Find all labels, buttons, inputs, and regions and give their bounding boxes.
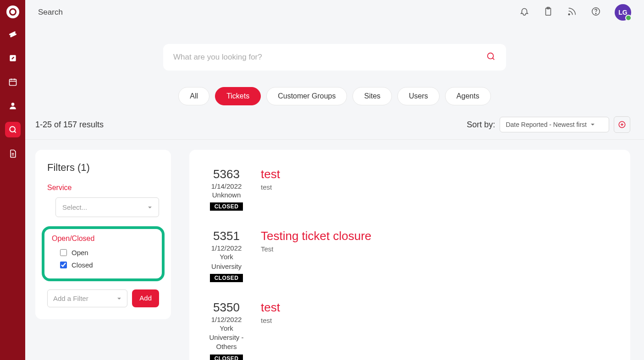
sidebar-item-document[interactable] xyxy=(5,146,21,161)
add-filter-placeholder: Add a Filter xyxy=(53,295,88,302)
result-bar: 1-25 of 157 results Sort by: Date Report… xyxy=(25,105,644,140)
tab-tickets[interactable]: Tickets xyxy=(215,87,261,105)
tabs: All Tickets Customer Groups Sites Users … xyxy=(25,87,644,105)
svg-line-16 xyxy=(493,58,495,60)
ticket-org: York University - Others xyxy=(206,324,247,352)
ticket-row[interactable]: 5351 1/12/2022 York University CLOSED Te… xyxy=(206,224,614,295)
checkbox-open-label: Open xyxy=(72,249,88,256)
svg-point-15 xyxy=(488,53,494,59)
sidebar-item-search[interactable] xyxy=(5,122,21,137)
ticket-id: 5350 xyxy=(213,300,240,315)
logo[interactable] xyxy=(6,5,19,18)
ticket-org: York University xyxy=(206,252,247,271)
sort-value: Date Reported - Newest first xyxy=(506,121,587,128)
service-select[interactable]: Select... xyxy=(55,197,159,217)
ticket-desc: Test xyxy=(261,245,614,253)
results-list: 5363 1/14/2022 Unknown CLOSED test test … xyxy=(189,150,630,360)
tab-sites[interactable]: Sites xyxy=(352,87,392,105)
tab-agents[interactable]: Agents xyxy=(445,87,491,105)
ticket-icon xyxy=(8,30,17,39)
top-icons: LG xyxy=(519,4,631,21)
sidebar-item-tickets[interactable] xyxy=(5,27,21,42)
ticket-row[interactable]: 5350 1/12/2022 York University - Others … xyxy=(206,295,614,360)
ticket-desc: test xyxy=(261,316,614,324)
sidebar-item-calendar[interactable] xyxy=(5,74,21,90)
sort-select[interactable]: Date Reported - Newest first xyxy=(500,117,609,132)
checkbox-closed-label: Closed xyxy=(72,261,93,269)
filter-openclosed-label: Open/Closed xyxy=(52,235,154,243)
filter-service-label: Service xyxy=(47,184,159,192)
add-filter-select[interactable]: Add a Filter xyxy=(47,289,127,307)
chevron-down-icon xyxy=(590,122,595,127)
search-input[interactable] xyxy=(173,53,486,62)
sidebar-item-edit[interactable] xyxy=(5,50,21,66)
rss-icon[interactable] xyxy=(567,6,577,18)
svg-rect-1 xyxy=(9,79,16,85)
ticket-title[interactable]: Testing ticket closure xyxy=(261,229,614,243)
highlighted-filter-section: Open/Closed Open Closed xyxy=(42,226,165,281)
search-icon xyxy=(8,125,17,134)
svg-point-12 xyxy=(568,14,570,15)
ticket-org: Unknown xyxy=(212,191,241,200)
bell-icon[interactable] xyxy=(519,6,529,18)
search-box xyxy=(163,44,506,71)
filter-closed-row[interactable]: Closed xyxy=(52,259,154,271)
sort-label: Sort by: xyxy=(467,120,495,130)
sidebar-item-user[interactable] xyxy=(5,98,21,114)
service-placeholder: Select... xyxy=(62,203,87,211)
chevron-down-icon xyxy=(117,296,121,301)
ticket-id: 5351 xyxy=(213,229,240,243)
calendar-icon xyxy=(8,77,17,87)
ticket-title[interactable]: test xyxy=(261,167,614,181)
svg-line-7 xyxy=(14,131,16,132)
filter-open-row[interactable]: Open xyxy=(52,246,154,259)
status-badge: CLOSED xyxy=(210,355,243,360)
help-icon[interactable] xyxy=(591,6,601,18)
avatar[interactable]: LG xyxy=(615,4,631,21)
ticket-row[interactable]: 5363 1/14/2022 Unknown CLOSED test test xyxy=(206,164,614,224)
filters-panel: Filters (1) Service Select... Open/Close… xyxy=(35,150,171,319)
pencil-square-icon xyxy=(8,54,17,63)
add-filter-button[interactable]: Add xyxy=(132,289,159,307)
topbar: Search LG xyxy=(25,0,644,25)
ticket-date: 1/12/2022 xyxy=(211,244,242,252)
filters-title: Filters (1) xyxy=(47,162,159,174)
ticket-id: 5363 xyxy=(213,167,240,181)
svg-point-5 xyxy=(11,103,14,106)
sidebar xyxy=(0,0,25,360)
ticket-date: 1/14/2022 xyxy=(211,182,242,190)
tab-all[interactable]: All xyxy=(178,87,209,105)
status-badge: CLOSED xyxy=(210,202,243,211)
checkbox-open[interactable] xyxy=(60,249,67,256)
tab-users[interactable]: Users xyxy=(397,87,440,105)
main: Search LG All Tickets Customer Groups Si… xyxy=(25,0,644,360)
search-submit-icon[interactable] xyxy=(486,51,496,63)
tab-customer-groups[interactable]: Customer Groups xyxy=(266,87,347,105)
svg-point-14 xyxy=(595,13,596,14)
ticket-date: 1/12/2022 xyxy=(211,316,242,323)
clipboard-icon[interactable] xyxy=(543,6,553,18)
add-button-circle[interactable] xyxy=(614,116,630,133)
user-icon xyxy=(8,101,17,110)
svg-point-6 xyxy=(10,126,15,132)
status-badge: CLOSED xyxy=(210,274,243,282)
checkbox-closed[interactable] xyxy=(60,262,67,268)
ticket-title[interactable]: test xyxy=(261,300,614,315)
page-title: Search xyxy=(38,8,63,17)
result-count: 1-25 of 157 results xyxy=(35,120,104,130)
chevron-down-icon xyxy=(148,205,152,210)
document-icon xyxy=(8,149,17,158)
ticket-desc: test xyxy=(261,183,614,191)
